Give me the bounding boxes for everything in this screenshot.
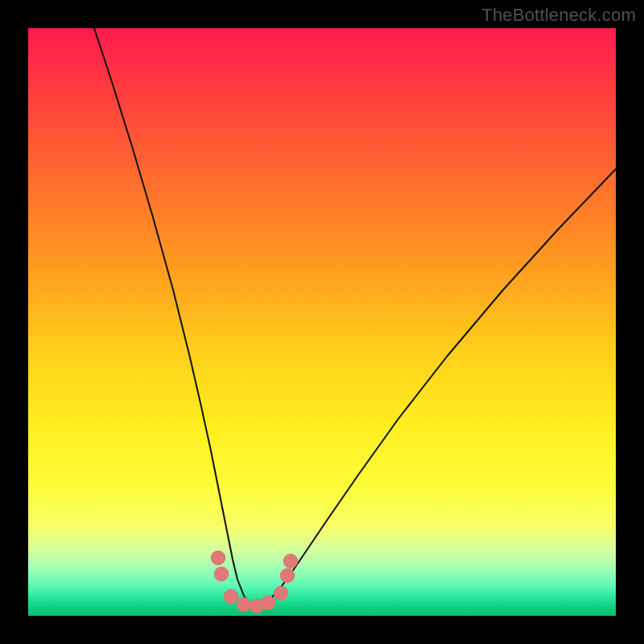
marker-dot (211, 551, 225, 565)
chart-frame: TheBottleneck.com (0, 0, 644, 644)
plot-area (28, 28, 616, 616)
watermark-label: TheBottleneck.com (481, 5, 636, 26)
chart-svg (28, 28, 616, 616)
marker-dot (214, 567, 229, 581)
marker-dot (283, 554, 298, 568)
marker-dot (237, 597, 251, 612)
marker-dot (274, 586, 288, 601)
marker-dot (224, 589, 238, 604)
curve-right (262, 169, 616, 606)
marker-dot (261, 596, 275, 610)
trough-markers (211, 551, 298, 613)
marker-dot (280, 568, 295, 583)
curve-left (94, 28, 252, 606)
